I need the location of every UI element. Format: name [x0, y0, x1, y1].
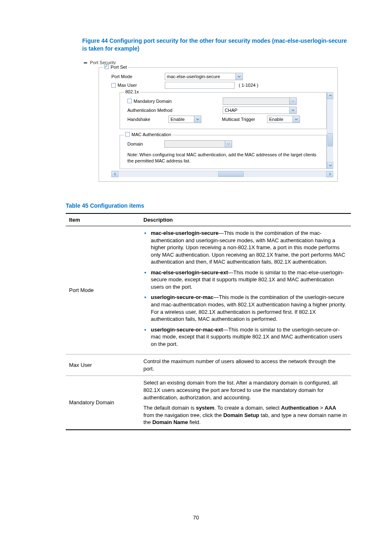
config-table: Item Description Port Mode mac-else-user…: [66, 213, 351, 430]
max-user-checkbox[interactable]: [111, 83, 116, 88]
scroll-thumb[interactable]: [327, 133, 333, 146]
dot1x-legend: 802.1x: [124, 89, 140, 94]
handshake-label: Handshake: [124, 117, 164, 122]
multicast-trigger-label: Multicast Trigger: [222, 117, 263, 122]
hscroll-thumb[interactable]: [218, 171, 244, 177]
auth-method-select[interactable]: CHAP: [223, 107, 297, 114]
item-port-mode: Port Mode: [66, 226, 140, 355]
port-mode-label: Port Mode: [103, 74, 161, 79]
chevron-down-icon: [293, 116, 300, 123]
screenshot: Port Security Port Set Port Mode mac-els…: [66, 57, 351, 188]
horizontal-scrollbar[interactable]: [111, 171, 333, 177]
scroll-left-icon[interactable]: [111, 171, 118, 177]
handshake-select[interactable]: Enable: [168, 116, 201, 123]
vertical-scrollbar[interactable]: [327, 92, 333, 169]
mandatory-domain-label: Mandatory Domain: [134, 99, 172, 104]
collapse-icon[interactable]: [84, 63, 87, 63]
bold-term: mac-else-userlogin-secure-ext: [151, 269, 228, 276]
scroll-down-icon[interactable]: [327, 162, 333, 169]
scroll-right-icon[interactable]: [326, 171, 333, 177]
multicast-trigger-value: Enable: [269, 116, 283, 123]
mac-auth-note: Note: When configuring local MAC authent…: [124, 149, 322, 165]
max-user-hint: ( 1-1024 ): [239, 83, 258, 88]
list-item: userlogin-secure-or-mac—This mode is the…: [143, 294, 348, 322]
desc-text: Control the maximum number of users allo…: [140, 355, 351, 376]
mac-auth-checkbox[interactable]: [125, 132, 130, 137]
port-mode-value: mac-else-userlogin-secure: [167, 73, 220, 80]
chevron-down-icon: [289, 98, 296, 104]
auth-method-value: CHAP: [225, 107, 238, 114]
item-mandatory-domain: Mandatory Domain: [66, 376, 140, 430]
desc-text: Select an existing domain from the list.…: [143, 379, 348, 401]
chevron-down-icon: [289, 107, 296, 114]
port-mode-select[interactable]: mac-else-userlogin-secure: [165, 73, 243, 80]
chevron-down-icon: [194, 116, 201, 123]
table-row: Port Mode mac-else-userlogin-secure—This…: [66, 226, 351, 355]
domain-label: Domain: [124, 141, 160, 146]
mac-auth-legend: MAC Authentication: [131, 132, 171, 137]
port-set-checkbox[interactable]: [104, 65, 109, 69]
table-row: Mandatory Domain Select an existing doma…: [66, 376, 351, 430]
mac-auth-fieldset: MAC Authentication Domain Note: When con…: [120, 135, 327, 169]
list-item: mac-else-userlogin-secure—This mode is t…: [143, 229, 348, 266]
dot1x-fieldset: 802.1x Mandatory Domain Authentication M…: [120, 92, 327, 129]
mandatory-domain-select[interactable]: [223, 97, 297, 105]
max-user-input[interactable]: [165, 82, 235, 89]
chevron-down-icon: [225, 141, 232, 147]
table-caption: Table 45 Configuration items: [66, 202, 351, 209]
scroll-up-icon[interactable]: [327, 92, 333, 99]
list-item: mac-else-userlogin-secure-ext—This mode …: [143, 269, 348, 291]
page-number: 70: [0, 514, 392, 521]
multicast-trigger-select[interactable]: Enable: [267, 116, 300, 123]
max-user-label: Max User: [118, 83, 137, 88]
port-set-fieldset: Port Set Port Mode mac-else-userlogin-se…: [99, 67, 338, 182]
domain-select[interactable]: [164, 140, 232, 148]
bold-term: userlogin-secure-or-mac-ext: [151, 327, 223, 333]
mandatory-domain-checkbox[interactable]: [127, 99, 132, 103]
handshake-value: Enable: [171, 116, 184, 123]
bold-term: userlogin-secure-or-mac: [151, 294, 213, 300]
list-item: userlogin-secure-or-mac-ext—This mode is…: [143, 326, 348, 348]
chevron-down-icon: [235, 73, 242, 80]
table-head-item: Item: [66, 213, 140, 226]
item-max-user: Max User: [66, 355, 140, 376]
figure-caption: Figure 44 Configuring port security for …: [66, 37, 351, 53]
table-head-desc: Description: [140, 213, 351, 226]
bold-term: mac-else-userlogin-secure: [151, 230, 219, 236]
desc-text: The default domain is system. To create …: [143, 404, 348, 426]
auth-method-label: Authentication Method: [124, 108, 210, 113]
port-set-legend: Port Set: [111, 65, 127, 70]
table-row: Max User Control the maximum number of u…: [66, 355, 351, 376]
